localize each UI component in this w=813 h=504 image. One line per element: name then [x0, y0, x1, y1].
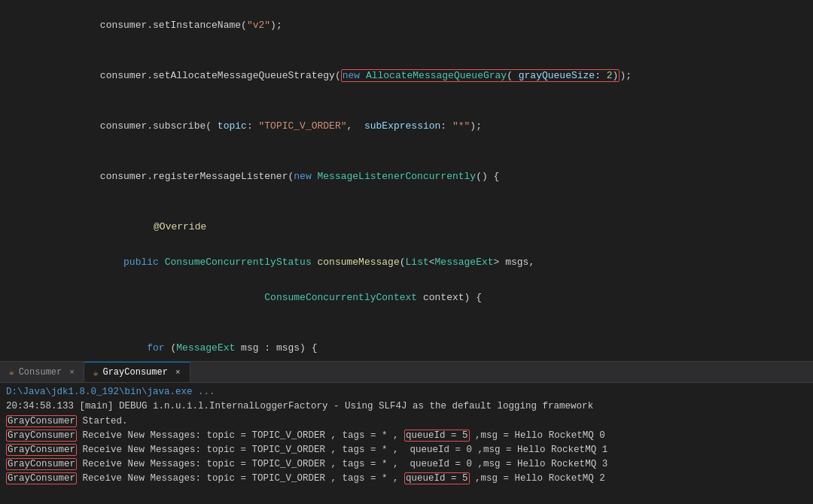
code-line-8: for (MessageExt msg : msgs) {: [0, 330, 813, 361]
tab-grayconsumer-label: GrayConsumer: [102, 367, 167, 378]
tab-grayconsumer-icon: ☕: [93, 368, 99, 378]
console-text-6a: Receive New Messages: topic = TOPIC_V_OR…: [77, 473, 404, 484]
console-text-2: Started.: [77, 416, 128, 427]
console-line-6: GrayConsumer Receive New Messages: topic…: [0, 472, 813, 486]
console-text-3a: Receive New Messages: topic = TOPIC_V_OR…: [77, 430, 404, 441]
tab-consumer-close[interactable]: ×: [69, 368, 75, 377]
editor-container: consumer.setInstanceName("v2"); consumer…: [0, 0, 813, 504]
console-text-1: 20:34:58.133 [main] DEBUG i.n.u.i.l.Inte…: [6, 401, 593, 411]
tab-grayconsumer-close[interactable]: ×: [175, 368, 181, 377]
console-queue-6: queueId = 5: [404, 472, 470, 484]
code-line-blank2: [0, 93, 813, 108]
console-area: D:\Java\jdk1.8.0_192\bin\java.exe ... 20…: [0, 382, 813, 504]
tab-bar: ☕ Consumer × ☕ GrayConsumer ×: [0, 361, 813, 382]
code-line-6: public ConsumeConcurrentlyStatus consume…: [0, 244, 813, 280]
console-line-1: 20:34:58.133 [main] DEBUG i.n.u.i.l.Inte…: [0, 400, 813, 414]
code-line-blank3: [0, 144, 813, 159]
console-prefix-6: GrayConsumer: [6, 472, 77, 484]
code-line-5: @Override: [0, 209, 813, 244]
tab-consumer-label: Consumer: [19, 367, 62, 378]
tab-grayconsumer[interactable]: ☕ GrayConsumer ×: [84, 362, 190, 382]
console-line-5: GrayConsumer Receive New Messages: topic…: [0, 457, 813, 472]
console-prefix-5: GrayConsumer: [6, 458, 77, 470]
console-prefix-2: GrayConsumer: [6, 415, 77, 427]
code-line-blank4: [0, 194, 813, 209]
code-line-4: consumer.registerMessageListener(new Mes…: [0, 159, 813, 194]
tab-consumer-icon: ☕: [9, 367, 14, 377]
console-prefix-3: GrayConsumer: [6, 430, 77, 442]
console-prefix-4: GrayConsumer: [6, 444, 77, 456]
console-text-5: Receive New Messages: topic = TOPIC_V_OR…: [77, 459, 607, 469]
code-line-1: consumer.setInstanceName("v2");: [0, 8, 813, 43]
console-text-4: Receive New Messages: topic = TOPIC_V_OR…: [77, 445, 607, 455]
console-text-6b: ,msg = Hello RocketMQ 2: [470, 473, 605, 484]
tab-consumer[interactable]: ☕ Consumer ×: [0, 362, 84, 382]
code-line-3: consumer.subscribe( topic: "TOPIC_V_ORDE…: [0, 108, 813, 144]
console-queue-3: queueId = 5: [404, 430, 470, 442]
console-text-3b: ,msg = Hello RocketMQ 0: [470, 430, 605, 441]
code-line-2: consumer.setAllocateMessageQueueStrategy…: [0, 58, 813, 93]
code-line-blank5: [0, 315, 813, 330]
console-line-2: GrayConsumer Started.: [0, 414, 813, 429]
code-editor: consumer.setInstanceName("v2"); consumer…: [0, 0, 813, 361]
code-line-7: ConsumeConcurrentlyContext context) {: [0, 280, 813, 315]
console-line-4: GrayConsumer Receive New Messages: topic…: [0, 443, 813, 457]
console-line-3: GrayConsumer Receive New Messages: topic…: [0, 429, 813, 443]
console-path-line: D:\Java\jdk1.8.0_192\bin\java.exe ...: [0, 386, 813, 400]
console-path: D:\Java\jdk1.8.0_192\bin\java.exe ...: [6, 387, 215, 397]
code-line-blank1: [0, 43, 813, 58]
